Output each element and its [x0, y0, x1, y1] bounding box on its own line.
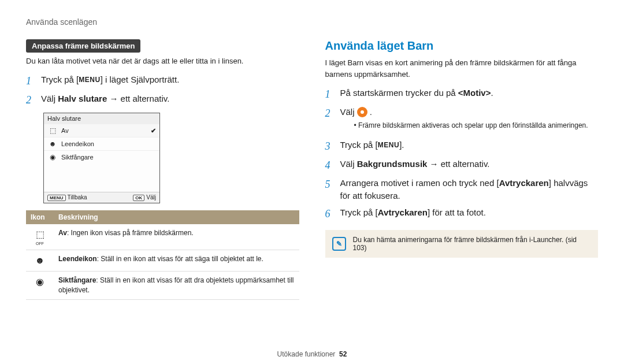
step-number: 3	[325, 139, 335, 154]
lcd-option-sight: ◉ Siktfångare	[44, 150, 159, 164]
step1-pre: Tryck på [	[41, 75, 79, 84]
r3-bold: Siktfångare	[58, 276, 96, 284]
lcd-option-smile: ☻ Leendeikon	[44, 137, 159, 150]
menu-icon: MENU	[79, 75, 100, 85]
smile-icon: ☻	[47, 140, 58, 148]
th-desc: Beskrivning	[54, 210, 299, 224]
off-icon: ⬚OFF	[26, 224, 54, 250]
camera-lcd-mock: Halv slutare ⬚ Av ✔ ☻ Leendeikon ◉ Siktf…	[43, 113, 160, 203]
off-icon: ⬚	[47, 127, 58, 135]
lcd-option-off: ⬚ Av ✔	[44, 124, 159, 137]
s1-pre: På startskärmen trycker du på	[340, 88, 458, 98]
step-number: 4	[325, 158, 335, 173]
s6-post: ] för att ta fotot.	[428, 207, 486, 217]
ok-label: Välj	[146, 194, 156, 200]
info-icon: ✎	[332, 237, 346, 251]
s1-post: .	[491, 88, 493, 98]
note-text: Du kan hämta animeringarna för främre bi…	[353, 236, 592, 252]
footer-label: Utökade funktioner	[277, 350, 336, 358]
step-number: 5	[325, 177, 335, 192]
s3-post: ].	[399, 140, 404, 150]
table-row: ◉ Siktfångare: Ställ in en ikon att visa…	[26, 271, 299, 299]
mode-icon	[357, 107, 367, 117]
lcd-opt2-label: Leendeikon	[61, 140, 94, 147]
s6-bold: Avtryckaren	[378, 207, 428, 217]
lcd-opt3-label: Siktfångare	[61, 154, 94, 161]
back-label: Tillbaka	[68, 194, 87, 200]
s4-post: → ett alternativ.	[427, 159, 489, 169]
section-title: Använda läget Barn	[325, 39, 599, 53]
section-pill: Anpassa främre bildskärmen	[26, 39, 140, 53]
menu-key-icon: MENU	[47, 195, 66, 201]
check-icon: ✔	[151, 127, 156, 135]
right-column: Använda läget Barn I läget Barn visas en…	[325, 39, 599, 344]
left-column: Anpassa främre bildskärmen Du kan låta m…	[26, 39, 299, 344]
step2-pre: Välj	[41, 94, 58, 103]
lcd-title: Halv slutare	[44, 113, 159, 124]
s2-bullet: Främre bildskärmen aktiveras och spelar …	[354, 120, 599, 131]
s4-pre: Välj	[340, 159, 357, 169]
section-intro: I läget Barn visas en kort animering på …	[325, 57, 599, 80]
page-footer: Utökade funktioner 52	[26, 344, 598, 358]
step-number: 2	[26, 92, 35, 108]
th-icon: Ikon	[26, 210, 54, 224]
smile-icon: ☻	[26, 250, 54, 271]
s1-bold: <Motiv>	[458, 88, 491, 98]
s5-bold: Avtryckaren	[499, 178, 549, 188]
intro-text: Du kan låta motivet veta när det är dags…	[26, 56, 299, 66]
s3-pre: Tryck på [	[340, 140, 378, 150]
eye-icon: ◉	[26, 271, 54, 299]
breadcrumb: Använda scenlägen	[26, 17, 598, 27]
r1-bold: Av	[58, 229, 67, 237]
icon-description-table: Ikon Beskrivning ⬚OFF Av: Ingen ikon vis…	[26, 210, 299, 299]
lcd-opt1-label: Av	[61, 127, 69, 134]
s5-pre: Arrangera motivet i ramen och tryck ned …	[340, 178, 499, 188]
info-note: ✎ Du kan hämta animeringarna för främre …	[325, 230, 599, 258]
step-number: 1	[325, 87, 335, 102]
r1-text: : Ingen ikon visas på främre bildskärmen…	[67, 229, 194, 237]
r2-bold: Leendeikon	[58, 255, 97, 263]
step-number: 2	[325, 106, 335, 121]
step2-bold: Halv slutare	[58, 94, 107, 103]
table-row: ☻ Leendeikon: Ställ in en ikon att visas…	[26, 250, 299, 271]
ok-key-icon: OK	[133, 195, 144, 201]
table-row: ⬚OFF Av: Ingen ikon visas på främre bild…	[26, 224, 299, 250]
step2-post: → ett alternativ.	[107, 94, 169, 103]
r2-text: : Ställ in en ikon att visas för att säg…	[97, 255, 263, 263]
s4-bold: Bakgrundsmusik	[357, 159, 428, 169]
menu-icon: MENU	[378, 140, 399, 150]
step1-post: ] i läget Självporträtt.	[101, 75, 180, 84]
page-number: 52	[339, 350, 347, 358]
step-number: 6	[325, 206, 335, 222]
eye-icon: ◉	[47, 153, 58, 161]
step-number: 1	[26, 73, 35, 89]
s2-text: Välj	[340, 107, 357, 117]
s6-pre: Tryck på [	[340, 207, 378, 217]
